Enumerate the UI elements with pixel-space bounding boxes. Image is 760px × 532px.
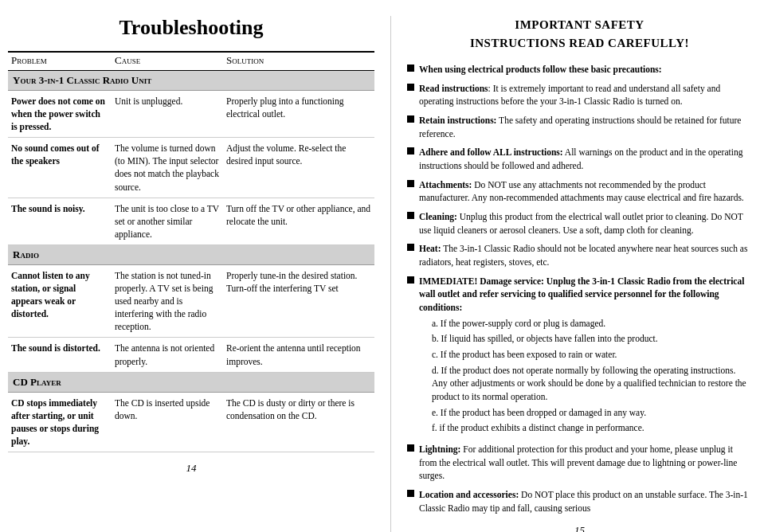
safety-item: When using electrical products follow th… <box>407 63 752 76</box>
page-number-right: 15 <box>407 524 752 532</box>
bullet-icon <box>407 244 414 251</box>
table-row: The sound is noisy.The unit is too close… <box>8 198 374 244</box>
safety-subitem: b. If liquid has spilled, or objects hav… <box>432 332 752 346</box>
cause-cell: Unit is unplugged. <box>112 91 223 138</box>
solution-cell: Properly plug into a functioning electri… <box>223 91 374 138</box>
bullet-icon <box>407 84 414 91</box>
safety-item-text: Attachments: Do NOT use any attachments … <box>419 178 752 205</box>
bullet-icon <box>407 147 414 155</box>
bullet-icon <box>407 65 414 72</box>
bullet-icon <box>407 115 414 123</box>
safety-subitem: f. if the product exhibits a distinct ch… <box>432 421 752 435</box>
safety-item: Adhere and follow ALL instructions: All … <box>407 146 752 172</box>
table-row: Power does not come on when the power sw… <box>8 91 374 138</box>
solution-cell: Turn off the TV or other appliance, and … <box>223 198 374 244</box>
safety-item-text: Retain instructions: The safety and oper… <box>419 114 752 140</box>
cause-cell: The volume is turned down (to MIN). The … <box>112 138 223 198</box>
safety-item: Heat: The 3-in-1 Classic Radio should no… <box>407 242 752 268</box>
table-row: CD stops immediately after starting, or … <box>8 392 374 452</box>
page-number-left: 14 <box>8 462 374 475</box>
table-row: No sound comes out of the speakersThe vo… <box>8 138 374 198</box>
table-row: Cannot listen to any station, or signal … <box>8 264 374 337</box>
safety-title: Important Safety Instructions Read Caref… <box>407 16 752 52</box>
safety-item-text: Location and accessories: Do NOT place t… <box>419 488 752 514</box>
safety-title-line1: Important Safety <box>515 18 644 31</box>
right-side: Important Safety Instructions Read Caref… <box>390 16 752 532</box>
section-header-row: Radio <box>8 244 374 264</box>
bullet-icon <box>407 444 414 452</box>
cause-cell: The CD is inserted upside down. <box>112 392 223 452</box>
safety-item: Attachments: Do NOT use any attachments … <box>407 178 752 205</box>
solution-cell: Adjust the volume. Re-select the desired… <box>223 138 374 198</box>
safety-sublist: a. If the power-supply cord or plug is d… <box>432 317 752 435</box>
problem-cell: CD stops immediately after starting, or … <box>8 392 112 452</box>
problem-cell: Cannot listen to any station, or signal … <box>8 264 112 337</box>
safety-item-text: Adhere and follow ALL instructions: All … <box>419 146 752 172</box>
problem-cell: The sound is noisy. <box>8 198 112 244</box>
page-container: Troubleshooting Problem Cause Solution Y… <box>0 0 760 532</box>
solution-cell: Re-orient the antenna until reception im… <box>223 338 374 372</box>
safety-item-text: Cleaning: Unplug this product from the e… <box>419 210 752 237</box>
cause-header: Cause <box>112 52 223 71</box>
bullet-icon <box>407 276 414 284</box>
safety-list: When using electrical products follow th… <box>407 63 752 514</box>
safety-item: Retain instructions: The safety and oper… <box>407 114 752 140</box>
section-header-row: CD Player <box>8 372 374 392</box>
problem-cell: Power does not come on when the power sw… <box>8 91 112 138</box>
safety-subitem: c. If the product has been exposed to ra… <box>432 348 752 362</box>
safety-item-text: IMMEDIATE! Damage service: Unplug the 3-… <box>419 275 752 437</box>
safety-item: Cleaning: Unplug this product from the e… <box>407 210 752 237</box>
solution-cell: The CD is dusty or dirty or there is con… <box>223 392 374 452</box>
table-header-row: Problem Cause Solution <box>8 52 374 71</box>
safety-item: Read instructions: It is extremely impor… <box>407 82 752 108</box>
cause-cell: The unit is too close to a TV set or ano… <box>112 198 223 244</box>
problem-header: Problem <box>8 52 112 71</box>
solution-header: Solution <box>223 52 374 71</box>
safety-item-text: Lightning: For additional protection for… <box>419 443 752 483</box>
bullet-icon <box>407 212 414 219</box>
page-title: Troubleshooting <box>8 16 374 40</box>
safety-item: Lightning: For additional protection for… <box>407 443 752 483</box>
safety-subitem: e. If the product has been dropped or da… <box>432 406 752 420</box>
solution-cell: Properly tune-in the desired station. Tu… <box>223 264 374 337</box>
section-header-row: Your 3-in-1 Classic Radio Unit <box>8 71 374 91</box>
bullet-icon <box>407 490 414 497</box>
safety-item-text: When using electrical products follow th… <box>419 63 662 76</box>
bullet-icon <box>407 180 414 187</box>
cause-cell: The antenna is not oriented properly. <box>112 338 223 372</box>
safety-subitem: a. If the power-supply cord or plug is d… <box>432 317 752 331</box>
cause-cell: The station is not tuned-in properly. A … <box>112 264 223 337</box>
safety-item: Location and accessories: Do NOT place t… <box>407 488 752 514</box>
left-side: Troubleshooting Problem Cause Solution Y… <box>8 16 374 532</box>
troubleshooting-table: Problem Cause Solution Your 3-in-1 Class… <box>8 51 374 452</box>
problem-cell: No sound comes out of the speakers <box>8 138 112 198</box>
safety-item: IMMEDIATE! Damage service: Unplug the 3-… <box>407 275 752 437</box>
table-row: The sound is distorted.The antenna is no… <box>8 338 374 372</box>
safety-title-line2: Instructions Read Carefully! <box>470 37 689 49</box>
safety-item-text: Heat: The 3-in-1 Classic Radio should no… <box>419 242 752 268</box>
safety-item-text: Read instructions: It is extremely impor… <box>419 82 752 108</box>
problem-cell: The sound is distorted. <box>8 338 112 372</box>
safety-subitem: d. If the product does not operate norma… <box>432 364 752 404</box>
